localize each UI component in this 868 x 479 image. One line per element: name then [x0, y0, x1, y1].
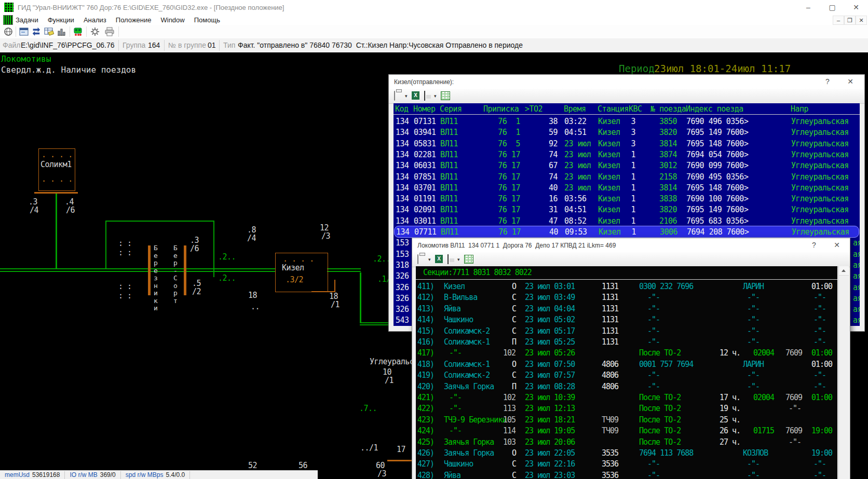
mdi-restore-button[interactable]: ❐ [844, 16, 856, 25]
table-row[interactable]: 13402281ВЛ1176 177423 июлКизел138747694 … [394, 149, 858, 160]
menu-item-функции[interactable]: Функции [48, 16, 74, 24]
log-row[interactable]: 414)ЧашкиноС23 июл 05:021131-"--"--"- [416, 314, 837, 325]
print-dropdown-icon[interactable]: ▾ [428, 255, 431, 264]
table-row[interactable]: 13405831ВЛ1176 59223 июлКизел338147695 1… [394, 138, 858, 149]
cell-st: Кизел [598, 139, 620, 148]
printer-icon[interactable] [104, 26, 115, 37]
file-path: E:\gid\INF_76\PPCFG_06.76 [21, 41, 115, 49]
table-row[interactable]: 13407851ВЛ1176 177423 июлКизел121587690 … [394, 171, 858, 182]
log-cell: 4806 [602, 371, 618, 380]
minimize-button[interactable]: – [796, 0, 820, 15]
window-task-icon[interactable] [19, 26, 29, 37]
save-icon[interactable] [424, 91, 425, 101]
cell-nomer: 03701 [414, 183, 436, 193]
menu-item-задачи[interactable]: Задачи [16, 16, 38, 24]
cell-kod: 326 [396, 283, 409, 292]
table-row[interactable]: 13401191ВЛ1176 171603:56Кизел138387690 1… [394, 193, 858, 204]
log-row[interactable]: 424)-"-11423 июл 19:05ТЧ09После ТО-226 ч… [416, 425, 837, 436]
cell-kvs: 3 [625, 117, 635, 126]
cell-napr: Углеуральская [791, 161, 849, 170]
log-cell: 23 июл 03:01 [525, 282, 575, 291]
cell-to2: 67 [525, 161, 558, 170]
save-dropdown-icon[interactable]: ▾ [434, 91, 437, 100]
map-label: /6 [66, 206, 75, 214]
mdi-close-button[interactable]: ✕ [856, 16, 867, 25]
table-row[interactable]: 13406031ВЛ1176 176723 июлКизел130127690 … [394, 160, 858, 171]
cell-kod: 134 [396, 128, 409, 137]
log-row[interactable]: 418)Соликамск-1О23 июл 07:5048060001 757… [416, 359, 837, 369]
log-cell: 1131 [602, 293, 618, 302]
log-cell: -"- [813, 293, 826, 302]
train-icon[interactable] [73, 26, 83, 37]
gear-icon[interactable] [90, 26, 100, 37]
table-edit-icon[interactable] [44, 26, 54, 37]
scroll-up-icon[interactable] [839, 266, 849, 276]
cell-napr-tail: ая [853, 261, 860, 270]
log-row[interactable]: 427)ЧашкиноС23 июл 22:163536-"--"--"- [416, 458, 837, 469]
print-icon[interactable] [417, 254, 418, 264]
log-row[interactable]: 411)КизелО23 июл 03:0111310300 232 7696Л… [416, 281, 837, 292]
mdi-minimize-button[interactable]: – [833, 16, 844, 25]
log-row[interactable]: 419)Соликамск-2С23 июл 07:574806-"--"--"… [416, 369, 837, 380]
table-row[interactable]: 13403941ВЛ1176 15904:51Кизел338207695 14… [394, 127, 858, 138]
dialog2-help-button[interactable]: ? [805, 238, 823, 252]
log-cell: 113 [503, 404, 516, 413]
log-row[interactable]: 426)Заячья ГоркаО23 июл 22:0535357694 11… [416, 447, 837, 458]
dialog1-titlebar[interactable]: Кизел(отправление): ? ✕ [389, 75, 864, 89]
log-row[interactable]: 423)ТЧЭ-9 Березники10523 июл 18:21ТЧ09По… [416, 414, 837, 425]
log-cell: 7609 [785, 426, 802, 435]
export-table-icon[interactable] [441, 91, 450, 100]
maximize-button[interactable]: ▢ [820, 0, 844, 15]
log-cell: После ТО-2 [639, 348, 681, 358]
cell-kod: 134 [396, 117, 409, 126]
dialog1-close-button[interactable]: ✕ [842, 75, 859, 88]
cell-np: 3820 [643, 128, 677, 137]
log-row[interactable]: 417)-"-10223 июл 05:26После ТО-212 ч.020… [416, 347, 837, 358]
log-row[interactable]: 413)ЯйваС23 июл 04:041131-"--"--"- [416, 303, 837, 314]
mdi-child-icon[interactable] [3, 15, 13, 25]
cell-st: Кизел [598, 194, 620, 203]
table-row[interactable]: 13407131ВЛ1176 13803:22Кизел338507690 49… [394, 116, 858, 127]
save-dropdown-icon[interactable]: ▾ [457, 255, 460, 264]
log-row[interactable]: 420)Заячья ГоркаП23 июл 08:284806-"--"--… [416, 381, 837, 392]
save-icon[interactable] [447, 254, 449, 264]
table-row[interactable]: 13407711ВЛ1176 174009:53Кизел130067694 2… [394, 226, 859, 238]
menu-item-window[interactable]: Window [160, 16, 184, 24]
excel-export-icon[interactable]: X [412, 91, 419, 100]
log-cell: 26 ч. [720, 426, 740, 435]
log-row[interactable]: 422)-"-11323 июл 12:13После ТО-219 ч.-"- [416, 403, 837, 414]
log-cell: ЛАРИН [743, 360, 764, 369]
export-table-icon[interactable] [464, 255, 473, 264]
log-row[interactable]: 415)Соликамск-2С23 июл 05:171131-"--"--"… [416, 325, 837, 336]
log-cell: 02004 [753, 348, 774, 358]
log-row[interactable]: 421)-"-10223 июл 10:39После ТО-217 ч.020… [416, 392, 837, 403]
log-cell: Заячья Горка [444, 437, 494, 447]
log-row[interactable]: 425)Заячья Горка10323 июл 20:06После ТО-… [416, 436, 837, 447]
close-button[interactable]: ✕ [844, 0, 868, 15]
cell-kvs: 1 [625, 161, 635, 170]
globe-icon[interactable] [3, 26, 13, 37]
map-label: .3 [190, 236, 199, 244]
print-dropdown-icon[interactable]: ▾ [405, 91, 408, 100]
dialog2-close-button[interactable]: ✕ [828, 238, 846, 252]
cell-nomer: 05831 [414, 139, 436, 148]
cell-napr-tail: ая [853, 283, 860, 292]
dialog2-titlebar[interactable]: Локомотив ВЛ11 134 0771 1 Дорога 76 Депо… [412, 238, 850, 252]
excel-export-icon[interactable]: X [435, 255, 443, 263]
table-row[interactable]: 13403011ВЛ1176 174708:52Кизел121067695 6… [394, 215, 858, 226]
dialog1-help-button[interactable]: ? [819, 75, 836, 88]
scrollbar[interactable] [838, 266, 849, 479]
log-row[interactable]: 412)В-ВильваС23 июл 03:491131-"--"--"- [416, 292, 837, 303]
cell-napr: Углеуральская [791, 150, 849, 159]
menu-item-помощь[interactable]: Помощь [194, 16, 220, 24]
menu-item-анализ[interactable]: Анализ [84, 16, 106, 24]
menu-item-положение[interactable]: Положение [116, 16, 152, 24]
transfer-arrows-icon[interactable] [31, 26, 42, 37]
bar-chart-icon[interactable] [56, 26, 66, 37]
log-row[interactable]: 416)Соликамск-1П23 июл 05:251131-"--"--"… [416, 336, 837, 347]
table-row[interactable]: 13402091ВЛ1176 173104:51Кизел138207695 1… [394, 204, 858, 215]
print-icon[interactable] [394, 91, 395, 101]
log-row[interactable]: 428)ЯйваС23 июл 23:033536-"--"--"- [416, 470, 837, 479]
table-row[interactable]: 13403701ВЛ1176 174023 июлКизел138147695 … [394, 182, 858, 193]
map-line [105, 221, 214, 222]
